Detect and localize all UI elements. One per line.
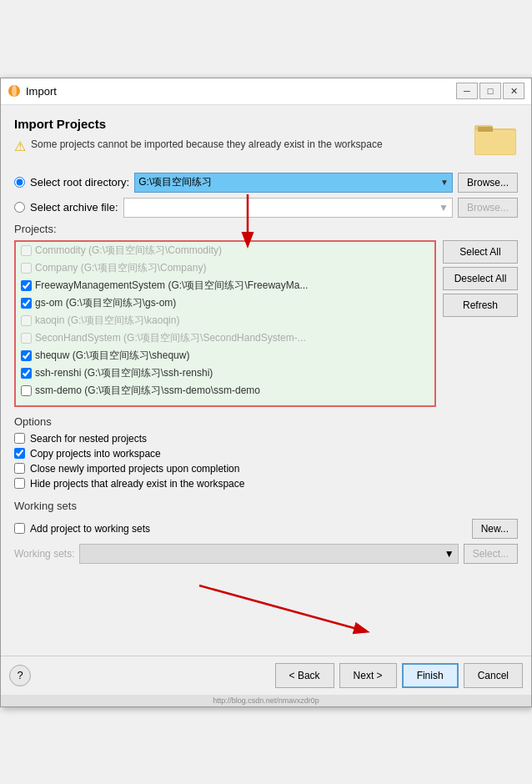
project-checkbox[interactable] (21, 263, 32, 274)
project-checkbox[interactable] (21, 298, 32, 309)
root-directory-radio[interactable] (14, 177, 25, 188)
options-section: Options Search for nested projectsCopy p… (14, 415, 518, 490)
project-name: ssm-demo (G:\项目空间练习\ssm-demo\ssm-demo (35, 384, 260, 398)
option-row: Copy projects into workspace (14, 448, 518, 460)
add-to-working-sets-checkbox[interactable] (14, 523, 25, 534)
refresh-button[interactable]: Refresh (443, 294, 518, 317)
working-sets-label-row: Working sets: ▼ Select... (14, 544, 518, 564)
option-row: Hide projects that already exist in the … (14, 478, 518, 490)
option-row: Close newly imported projects upon compl… (14, 463, 518, 475)
option-checkbox[interactable] (14, 448, 25, 459)
option-label: Search for nested projects (30, 433, 147, 445)
project-item: Company (G:\项目空间练习\Company) (16, 259, 434, 277)
root-directory-value: G:\项目空间练习 (138, 175, 440, 189)
new-working-set-button[interactable]: New... (472, 519, 518, 539)
title-bar-controls: ─ □ ✕ (456, 83, 524, 99)
project-item: Commodity (G:\项目空间练习\Commodity) (16, 242, 434, 259)
help-button[interactable]: ? (9, 665, 31, 686)
project-item: shequw (G:\项目空间练习\shequw) (16, 347, 434, 364)
root-browse-button[interactable]: Browse... (458, 173, 518, 193)
option-checkbox[interactable] (14, 433, 25, 444)
svg-rect-5 (478, 127, 493, 132)
option-label: Copy projects into workspace (30, 448, 161, 460)
project-name: Company (G:\项目空间练习\Company) (35, 261, 206, 275)
warning-text: Some projects cannot be imported because… (31, 138, 383, 152)
project-checkbox[interactable] (21, 350, 32, 361)
project-item: kaoqin (G:\项目空间练习\kaoqin) (16, 312, 434, 329)
svg-point-1 (12, 85, 17, 97)
header-left: Import Projects ⚠ Some projects cannot b… (14, 117, 468, 164)
working-sets-field-label: Working sets: (14, 548, 74, 560)
close-button[interactable]: ✕ (503, 83, 524, 99)
dropdown-arrow-icon: ▼ (440, 178, 449, 187)
working-sets-arrow-icon: ▼ (444, 548, 454, 560)
main-content: Import Projects ⚠ Some projects cannot b… (1, 105, 531, 656)
header-section: Import Projects ⚠ Some projects cannot b… (14, 117, 518, 164)
project-checkbox[interactable] (21, 245, 32, 256)
eclipse-icon (8, 84, 21, 98)
folder-icon-area (474, 120, 518, 159)
option-checkbox[interactable] (14, 463, 25, 474)
working-sets-title: Working sets (14, 500, 518, 512)
project-checkbox[interactable] (21, 280, 32, 291)
root-directory-combo[interactable]: G:\项目空间练习 ▼ (134, 173, 453, 193)
add-to-working-sets-label: Add project to working sets (30, 523, 150, 535)
maximize-button[interactable]: □ (479, 83, 501, 99)
projects-label: Projects: (14, 223, 518, 235)
working-sets-section: Working sets Add project to working sets… (14, 500, 518, 564)
select-working-set-button[interactable]: Select... (464, 544, 518, 564)
deselect-all-button[interactable]: Deselect All (443, 267, 518, 290)
archive-file-radio[interactable] (14, 202, 25, 213)
project-item: ssh-renshi (G:\项目空间练习\ssh-renshi) (16, 364, 434, 382)
projects-list: Commodity (G:\项目空间练习\Commodity)Company (… (14, 240, 436, 407)
project-name: Commodity (G:\项目空间练习\Commodity) (35, 244, 222, 258)
svg-rect-4 (475, 130, 515, 154)
root-directory-label: Select root directory: (30, 176, 129, 188)
working-sets-combo[interactable]: ▼ (79, 544, 458, 564)
options-title: Options (14, 415, 518, 428)
title-bar: Import ─ □ ✕ (1, 78, 531, 105)
project-item: FreewayManagementSystem (G:\项目空间练习\Freew… (16, 277, 434, 294)
project-name: SeconHandSystem (G:\项目空间练习\SecondHandSys… (35, 331, 306, 345)
select-all-button[interactable]: Select All (443, 240, 518, 264)
project-name: kaoqin (G:\项目空间练习\kaoqin) (35, 314, 179, 328)
project-item: gs-om (G:\项目空间练习\gs-om) (16, 294, 434, 312)
project-checkbox[interactable] (21, 385, 32, 396)
svg-line-7 (199, 585, 366, 631)
add-to-working-sets-row: Add project to working sets New... (14, 519, 518, 539)
option-checkbox[interactable] (14, 478, 25, 489)
project-checkbox[interactable] (21, 315, 32, 326)
navigation-buttons: < Back Next > Finish Cancel (275, 663, 523, 688)
project-checkbox[interactable] (21, 368, 32, 379)
project-checkbox[interactable] (21, 333, 32, 344)
option-label: Hide projects that already exist in the … (30, 478, 244, 490)
import-window: Import ─ □ ✕ Import Projects ⚠ Some proj… (0, 78, 532, 707)
root-directory-row: Select root directory: G:\项目空间练习 ▼ Brows… (14, 173, 518, 193)
project-name: ssh-renshi (G:\项目空间练习\ssh-renshi) (35, 366, 213, 380)
option-row: Search for nested projects (14, 433, 518, 445)
folder-icon (474, 120, 518, 157)
minimize-button[interactable]: ─ (456, 83, 478, 99)
archive-browse-button[interactable]: Browse... (458, 198, 518, 218)
project-name: FreewayManagementSystem (G:\项目空间练习\Freew… (35, 279, 308, 293)
archive-file-row: Select archive file: ▼ Browse... (14, 198, 518, 218)
title-bar-left: Import (8, 84, 57, 98)
project-item: ssm-demo (G:\项目空间练习\ssm-demo\ssm-demo (16, 382, 434, 400)
option-label: Close newly imported projects upon compl… (30, 463, 239, 475)
arrow2-overlay (14, 577, 518, 644)
next-button[interactable]: Next > (339, 663, 397, 688)
window-title: Import (26, 85, 57, 98)
finish-button[interactable]: Finish (402, 663, 459, 688)
archive-file-combo[interactable]: ▼ (123, 198, 453, 218)
projects-area: Commodity (G:\项目空间练习\Commodity)Company (… (14, 240, 518, 407)
cancel-button[interactable]: Cancel (464, 663, 523, 688)
arrow-area (14, 577, 518, 644)
bottom-bar: ? < Back Next > Finish Cancel (1, 656, 531, 695)
warning-box: ⚠ Some projects cannot be imported becau… (14, 138, 468, 154)
project-item: SeconHandSystem (G:\项目空间练习\SecondHandSys… (16, 329, 434, 347)
archive-file-label: Select archive file: (30, 201, 118, 214)
watermark: http://blog.csdn.net/nmavxzdr0p (1, 695, 531, 706)
project-name: shequw (G:\项目空间练习\shequw) (35, 349, 189, 363)
back-button[interactable]: < Back (275, 663, 334, 688)
project-name: gs-om (G:\项目空间练习\gs-om) (35, 296, 176, 310)
